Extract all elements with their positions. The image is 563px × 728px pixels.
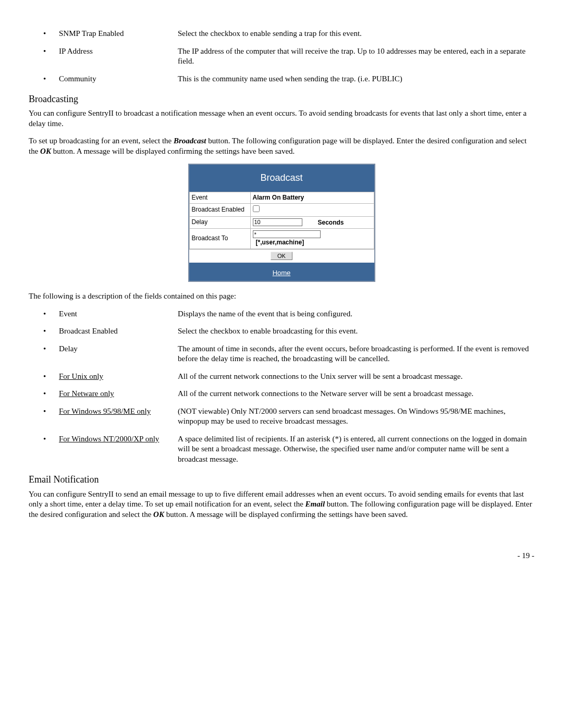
broadcast-panel: Broadcast Event Alarm On Battery Broadca… xyxy=(188,164,375,282)
bullet-term: IP Address xyxy=(59,46,178,57)
bullet-row: •Broadcast EnabledSelect the checkbox to… xyxy=(29,326,534,337)
bullet-term: For Windows NT/2000/XP only xyxy=(59,434,178,445)
delay-unit: Seconds xyxy=(318,218,344,226)
delay-label: Delay xyxy=(189,216,250,228)
delay-input[interactable] xyxy=(253,218,302,226)
ok-button[interactable]: OK xyxy=(271,252,292,260)
bullet-row: •For Windows NT/2000/XP onlyA space deli… xyxy=(29,434,534,465)
bullet-term: SNMP Trap Enabled xyxy=(59,29,178,39)
home-link[interactable]: Home xyxy=(273,269,291,277)
broadcast-to-hint: [*,user,machine] xyxy=(253,239,304,246)
broadcast-field-list: •EventDisplays the name of the event tha… xyxy=(29,309,534,465)
bullet-term: Community xyxy=(59,74,178,84)
bullet-desc: Displays the name of the event that is b… xyxy=(178,309,534,319)
bullet-icon: • xyxy=(29,326,59,337)
event-value: Alarm On Battery xyxy=(253,194,304,201)
bullet-row: •For Windows 95/98/ME only(NOT viewable)… xyxy=(29,406,534,427)
bullet-term: Event xyxy=(59,309,178,319)
bullet-row: •For Netware onlyAll of the current netw… xyxy=(29,389,534,399)
event-label: Event xyxy=(189,192,250,204)
bullet-icon: • xyxy=(29,434,59,445)
bullet-term: Broadcast Enabled xyxy=(59,326,178,337)
bullet-desc: All of the current network connections t… xyxy=(178,372,534,382)
bullet-row: •DelayThe amount of time in seconds, aft… xyxy=(29,344,534,364)
bullet-desc: The amount of time in seconds, after the… xyxy=(178,344,534,364)
to-label: Broadcast To xyxy=(189,229,250,249)
bullet-icon: • xyxy=(29,406,59,417)
bullet-desc: A space delimited list of recipients. If… xyxy=(178,434,534,465)
bullet-term: For Windows 95/98/ME only xyxy=(59,406,178,417)
bullet-desc: (NOT viewable) Only NT/2000 servers can … xyxy=(178,406,534,427)
email-heading: Email Notification xyxy=(29,474,534,486)
broadcasting-para1: You can configure SentryII to broadcast … xyxy=(29,108,534,129)
bullet-icon: • xyxy=(29,74,59,84)
bullet-desc: Select the checkbox to enable broadcasti… xyxy=(178,326,534,337)
bullet-term: For Unix only xyxy=(59,372,178,382)
bullet-row: •EventDisplays the name of the event tha… xyxy=(29,309,534,319)
email-para: You can configure SentryII to send an em… xyxy=(29,489,534,520)
enabled-checkbox[interactable] xyxy=(253,205,260,212)
bullet-icon: • xyxy=(29,344,59,354)
snmp-field-list: •SNMP Trap EnabledSelect the checkbox to… xyxy=(29,29,534,84)
bullet-row: •For Unix onlyAll of the current network… xyxy=(29,372,534,382)
bullet-desc: The IP address of the computer that will… xyxy=(178,46,534,67)
bullet-desc: This is the community name used when sen… xyxy=(178,74,534,84)
bullet-desc: Select the checkbox to enable sending a … xyxy=(178,29,534,39)
bullet-row: •IP AddressThe IP address of the compute… xyxy=(29,46,534,67)
bullet-term: For Netware only xyxy=(59,389,178,399)
bullet-icon: • xyxy=(29,372,59,382)
bullet-icon: • xyxy=(29,29,59,39)
bullet-term: Delay xyxy=(59,344,178,354)
panel-title: Broadcast xyxy=(189,165,374,191)
fields-intro: The following is a description of the fi… xyxy=(29,291,534,302)
bullet-icon: • xyxy=(29,46,59,57)
bullet-icon: • xyxy=(29,309,59,319)
bullet-icon: • xyxy=(29,389,59,399)
broadcasting-heading: Broadcasting xyxy=(29,93,534,105)
broadcasting-para2: To set up broadcasting for an event, sel… xyxy=(29,136,534,156)
enabled-label: Broadcast Enabled xyxy=(189,204,250,217)
bullet-row: •CommunityThis is the community name use… xyxy=(29,74,534,84)
bullet-desc: All of the current network connections t… xyxy=(178,389,534,399)
page-number: - 19 - xyxy=(29,551,534,561)
broadcast-to-input[interactable] xyxy=(253,230,321,238)
bullet-row: •SNMP Trap EnabledSelect the checkbox to… xyxy=(29,29,534,39)
